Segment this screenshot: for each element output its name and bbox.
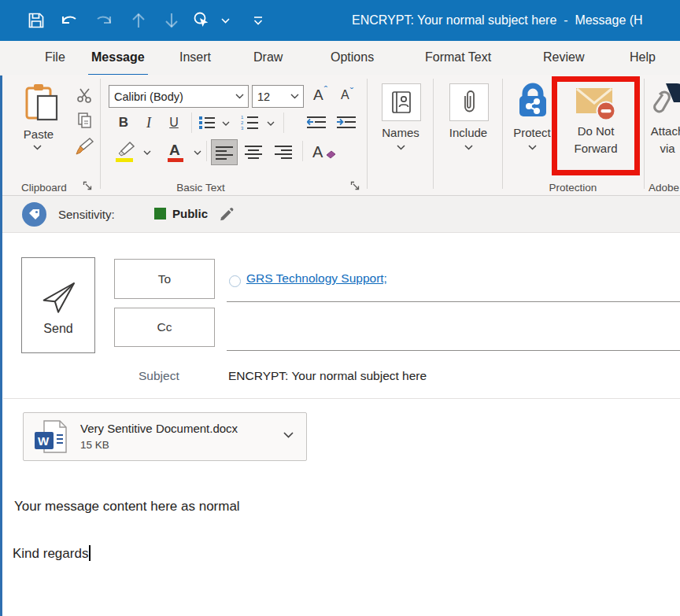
grow-font-button[interactable]: Aˆ <box>309 83 332 108</box>
edit-sensitivity-pencil-icon[interactable] <box>219 206 235 222</box>
font-size-combo[interactable]: 12 <box>252 85 304 108</box>
outlook-compose-window: ENCRYPT: Your normal subject here - Mess… <box>0 0 680 616</box>
tab-insert[interactable]: Insert <box>176 41 214 74</box>
clear-formatting-icon[interactable]: A <box>309 139 338 164</box>
message-body[interactable]: Your message content here as normal Kind… <box>2 472 680 616</box>
paste-chevron-icon <box>33 145 42 150</box>
decrease-indent-icon[interactable] <box>304 111 329 135</box>
sensitivity-label: Sensitivity: <box>58 208 115 221</box>
body-line-2: Kind regards <box>13 545 91 562</box>
font-name-chevron-icon <box>235 94 244 99</box>
touch-mode-chevron-icon[interactable] <box>217 9 233 32</box>
send-button[interactable]: Send <box>21 257 95 353</box>
to-button[interactable]: To <box>114 259 215 299</box>
font-color-icon[interactable]: A <box>162 139 189 164</box>
touch-mouse-mode-icon[interactable] <box>189 9 214 32</box>
undo-icon[interactable] <box>57 9 82 32</box>
cc-button[interactable]: Cc <box>114 308 215 347</box>
svg-text:3: 3 <box>241 126 244 131</box>
numbered-list-icon[interactable]: 1 2 3 <box>236 111 263 135</box>
text-highlight-icon[interactable] <box>112 139 139 164</box>
names-label: Names <box>371 124 430 141</box>
bold-button[interactable]: B <box>112 111 135 135</box>
attach-via-adobe-button[interactable]: Attach via <box>649 79 680 165</box>
italic-button[interactable]: I <box>139 111 159 135</box>
numbered-list-chevron-icon[interactable] <box>264 117 277 130</box>
divider <box>302 141 303 161</box>
basic-text-dialog-launcher-icon[interactable] <box>350 181 361 192</box>
svg-text:A: A <box>169 142 180 158</box>
font-size-value: 12 <box>253 90 286 103</box>
quick-access-customize-icon[interactable] <box>246 9 271 32</box>
subject-value[interactable]: ENCRYPT: Your normal subject here <box>228 369 427 383</box>
format-painter-icon[interactable] <box>72 135 96 159</box>
underline-button[interactable]: U <box>162 111 186 135</box>
body-line-1: Your message content here as normal <box>14 499 240 515</box>
tab-message[interactable]: Message <box>88 41 148 76</box>
font-color-chevron-icon[interactable] <box>191 146 204 159</box>
group-separator <box>433 79 434 189</box>
clipboard-group-label: Clipboard <box>13 180 76 194</box>
send-plane-icon <box>39 275 78 315</box>
attachment-name: Very Sentitive Document.docx <box>80 422 238 435</box>
clipboard-dialog-launcher-icon[interactable] <box>83 181 94 192</box>
group-separator <box>367 79 368 189</box>
window-title: ENCRYPT: Your normal subject here - Mess… <box>352 0 643 41</box>
move-up-icon <box>126 9 151 32</box>
font-name-combo[interactable]: Calibri (Body) <box>109 85 249 108</box>
increase-indent-icon[interactable] <box>334 111 359 135</box>
svg-text:1: 1 <box>241 115 244 120</box>
recipient-link[interactable]: GRS Technology Support; <box>246 271 387 286</box>
paperclip-icon <box>449 83 489 121</box>
bullet-list-chevron-icon[interactable] <box>220 117 232 130</box>
sensitivity-color-swatch <box>154 208 166 219</box>
tab-file[interactable]: File <box>42 41 68 74</box>
attachment-size: 15 KB <box>80 439 109 451</box>
title-bar: ENCRYPT: Your normal subject here - Mess… <box>0 0 680 41</box>
align-left-icon[interactable] <box>211 139 238 165</box>
attachment-card[interactable]: W Very Sentitive Document.docx 15 KB <box>23 412 307 461</box>
align-right-icon[interactable] <box>271 139 296 164</box>
address-book-icon <box>382 83 421 121</box>
attach-via-label-line2: via <box>644 140 680 157</box>
protect-button[interactable]: Protect <box>507 79 557 165</box>
include-chevron-icon <box>464 145 473 150</box>
names-chevron-icon <box>397 145 405 150</box>
cc-field-underline[interactable] <box>227 350 680 351</box>
copy-icon[interactable] <box>74 110 96 131</box>
paste-clipboard-icon <box>22 82 61 123</box>
cut-icon[interactable] <box>74 85 96 105</box>
svg-text:A: A <box>312 143 323 160</box>
highlight-chevron-icon[interactable] <box>141 146 153 159</box>
to-field-underline[interactable] <box>227 301 680 302</box>
include-label: Include <box>438 124 499 141</box>
svg-text:W: W <box>38 434 50 448</box>
protection-group-label: Protection <box>527 180 619 194</box>
shrink-font-button[interactable]: Aˇ <box>335 83 359 108</box>
sensitivity-tag-icon <box>22 202 46 227</box>
align-center-icon[interactable] <box>241 139 266 164</box>
tab-help[interactable]: Help <box>626 41 659 74</box>
svg-text:2: 2 <box>241 120 244 125</box>
attachment-chevron-icon[interactable] <box>283 432 294 438</box>
tab-format-text[interactable]: Format Text <box>422 41 494 74</box>
divider <box>206 141 207 161</box>
divider <box>191 113 192 133</box>
names-button[interactable]: Names <box>371 79 430 165</box>
subject-label: Subject <box>139 369 179 383</box>
include-button[interactable]: Include <box>438 79 499 165</box>
bullet-list-icon[interactable] <box>195 111 219 135</box>
move-down-icon <box>159 9 184 32</box>
tab-draw[interactable]: Draw <box>250 41 286 74</box>
adobe-group-label: Adobe <box>647 180 680 194</box>
body-line-2-text: Kind regards <box>13 546 88 561</box>
attach-via-label-line1: Attach <box>644 123 680 139</box>
word-file-icon: W <box>33 419 69 456</box>
group-separator <box>100 79 101 189</box>
save-icon[interactable] <box>24 9 49 32</box>
redo-icon <box>91 9 116 32</box>
tab-options[interactable]: Options <box>327 41 377 74</box>
presence-indicator-icon <box>229 275 241 287</box>
tab-review[interactable]: Review <box>540 41 587 74</box>
text-cursor <box>89 545 91 561</box>
